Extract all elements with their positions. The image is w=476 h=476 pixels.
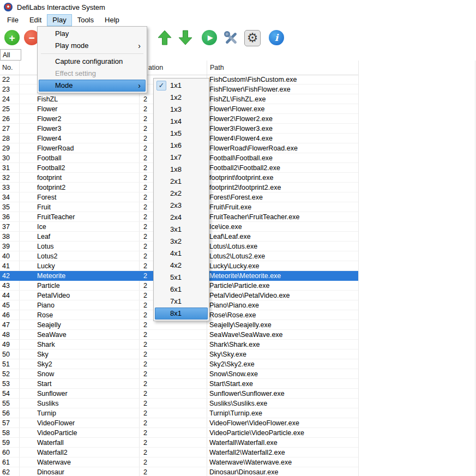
cell-path: VideoFlower\VideoFlower.exe	[209, 419, 299, 427]
mode-option-3x1[interactable]: 3x1	[155, 224, 208, 236]
cell-name: Meteorite	[37, 272, 65, 280]
cell-no: 34	[2, 194, 10, 201]
cell-path: Waterwave\Waterwave.exe	[209, 459, 292, 466]
menu-item-play-mode[interactable]: Play mode›	[39, 40, 146, 52]
move-up-icon[interactable]	[158, 30, 174, 46]
mode-option-3x2[interactable]: 3x2	[155, 236, 208, 248]
table-row[interactable]: 60Waterfall22Waterfall2\Waterfall2.exe	[0, 448, 358, 457]
cell-name: Ice	[37, 223, 46, 231]
table-row[interactable]: 57VideoFlower2VideoFlower\VideoFlower.ex…	[0, 418, 358, 428]
cell-rotation: 2	[143, 409, 147, 417]
menubar-item-tools[interactable]: Tools	[72, 14, 99, 26]
filter-dropdown[interactable]: All	[0, 49, 21, 61]
menu-item-effect-setting[interactable]: Effect setting	[39, 68, 146, 80]
cell-path: PetalVideo\PetalVideo.exe	[209, 292, 290, 299]
mode-option-2x4[interactable]: 2x4	[155, 212, 208, 224]
cell-path: Susliks\Susliks.exe	[209, 400, 267, 407]
tools-icon[interactable]	[223, 30, 239, 46]
table-row[interactable]: 59Waterfall2Waterfall\Waterfall.exe	[0, 438, 358, 448]
cell-name: Lotus	[37, 243, 54, 250]
cell-rotation: 2	[143, 115, 147, 123]
mode-option-1x3[interactable]: 1x3	[155, 104, 208, 116]
mode-option-1x8[interactable]: 1x8	[155, 164, 208, 176]
cell-path: Lotus2\Lotus2.exe	[209, 252, 265, 260]
column-divider	[358, 61, 359, 476]
mode-option-label: 1x5	[170, 129, 182, 137]
table-row[interactable]: 52Snow2Snow\Snow.exe	[0, 369, 358, 379]
cell-no: 54	[2, 390, 10, 397]
table-row[interactable]: 51Sky22Sky2\Sky2.exe	[0, 359, 358, 369]
cell-path: FishFlower\FishFlower.exe	[209, 86, 291, 93]
menu-item-capture-configuration[interactable]: Capture configuration	[39, 56, 146, 68]
cell-rotation: 2	[143, 223, 147, 231]
menubar-item-help[interactable]: Help	[99, 14, 125, 26]
cell-name: Sunflower	[37, 390, 68, 397]
mode-option-2x3[interactable]: 2x3	[155, 200, 208, 212]
cell-name: FruitTeacher	[37, 213, 75, 221]
table-row[interactable]: 62Dinosaur2Dinosaur\Dinosaur.exe	[0, 467, 358, 476]
mode-option-1x5[interactable]: 1x5	[155, 128, 208, 140]
cell-rotation: 2	[143, 439, 147, 447]
menu-item-mode[interactable]: Mode›	[39, 80, 146, 92]
mode-option-6x1[interactable]: 6x1	[155, 284, 208, 296]
table-row[interactable]: 50Sky2Sky\Sky.exe	[0, 350, 358, 359]
cell-path: Sunflower\Sunflower.exe	[209, 390, 285, 397]
cell-path: Rose\Rose.exe	[209, 311, 256, 319]
cell-name: Turnip	[37, 409, 56, 417]
mode-option-1x7[interactable]: 1x7	[155, 152, 208, 164]
cell-rotation: 2	[143, 331, 147, 339]
column-header-no[interactable]: No.	[2, 64, 13, 71]
mode-option-label: 1x6	[170, 141, 182, 149]
cell-rotation: 2	[143, 341, 147, 348]
mode-option-1x6[interactable]: 1x6	[155, 140, 208, 152]
play-glyph: ▶	[202, 30, 217, 45]
mode-option-label: 2x4	[170, 213, 182, 221]
cell-no: 42	[2, 272, 10, 280]
cell-no: 31	[2, 164, 10, 172]
move-down-icon[interactable]	[178, 30, 195, 46]
cell-rotation: 2	[143, 390, 147, 397]
cell-path: FishCustom\FishCustom.exe	[209, 76, 297, 83]
mode-option-2x2[interactable]: 2x2	[155, 188, 208, 200]
menu-item-play[interactable]: Play	[39, 28, 146, 40]
mode-option-1x1[interactable]: ✓1x1	[155, 80, 208, 92]
cell-no: 49	[2, 341, 10, 348]
settings-icon[interactable]: ⚙	[244, 30, 261, 46]
mode-option-4x1[interactable]: 4x1	[155, 248, 208, 260]
menubar-item-edit[interactable]: Edit	[24, 14, 47, 26]
info-icon[interactable]: i	[269, 30, 285, 46]
table-row[interactable]: 53Start2Start\Start.exe	[0, 379, 358, 389]
mode-option-8x1[interactable]: 8x1	[155, 308, 208, 320]
mode-option-2x1[interactable]: 2x1	[155, 176, 208, 188]
cell-rotation: 2	[143, 429, 147, 437]
table-row[interactable]: 49Shark2Shark\Shark.exe	[0, 340, 358, 350]
info-glyph: i	[269, 30, 284, 45]
cell-path: Flower4\Flower4.exe	[209, 135, 273, 142]
table-row[interactable]: 47Seajelly2Seajelly\Seajelly.exe	[0, 320, 358, 330]
mode-option-1x4[interactable]: 1x4	[155, 116, 208, 128]
table-row[interactable]: 48SeaWave2SeaWave\SeaWave.exe	[0, 330, 358, 340]
mode-option-label: 5x1	[170, 273, 182, 281]
cell-no: 38	[2, 233, 10, 240]
play-icon[interactable]: ▶	[202, 30, 218, 46]
mode-option-7x1[interactable]: 7x1	[155, 296, 208, 308]
table-row[interactable]: 54Sunflower2Sunflower\Sunflower.exe	[0, 389, 358, 399]
menubar-item-file[interactable]: File	[2, 14, 24, 26]
table-row[interactable]: 56Turnip2Turnip\Turnip.exe	[0, 408, 358, 418]
table-row[interactable]: 61Waterwave2Waterwave\Waterwave.exe	[0, 457, 358, 467]
mode-option-label: 6x1	[170, 285, 182, 293]
add-icon[interactable]: +	[4, 30, 21, 46]
mode-option-5x1[interactable]: 5x1	[155, 272, 208, 284]
cell-path: Meteorite\Meteorite.exe	[209, 272, 281, 280]
table-row[interactable]: 55Susliks2Susliks\Susliks.exe	[0, 399, 358, 408]
mode-option-1x2[interactable]: 1x2	[155, 92, 208, 104]
column-header-rotation[interactable]: ation	[148, 64, 163, 71]
column-header-path[interactable]: Path	[210, 64, 224, 71]
menubar-item-play[interactable]: Play	[47, 14, 71, 26]
cell-no: 50	[2, 351, 10, 358]
mode-option-label: 3x1	[170, 225, 182, 233]
table-row[interactable]: 58VideoParticle2VideoParticle\VideoParti…	[0, 428, 358, 438]
mode-option-4x2[interactable]: 4x2	[155, 260, 208, 272]
cell-path: Waterfall2\Waterfall2.exe	[209, 449, 285, 456]
cell-name: Lucky	[37, 262, 55, 270]
